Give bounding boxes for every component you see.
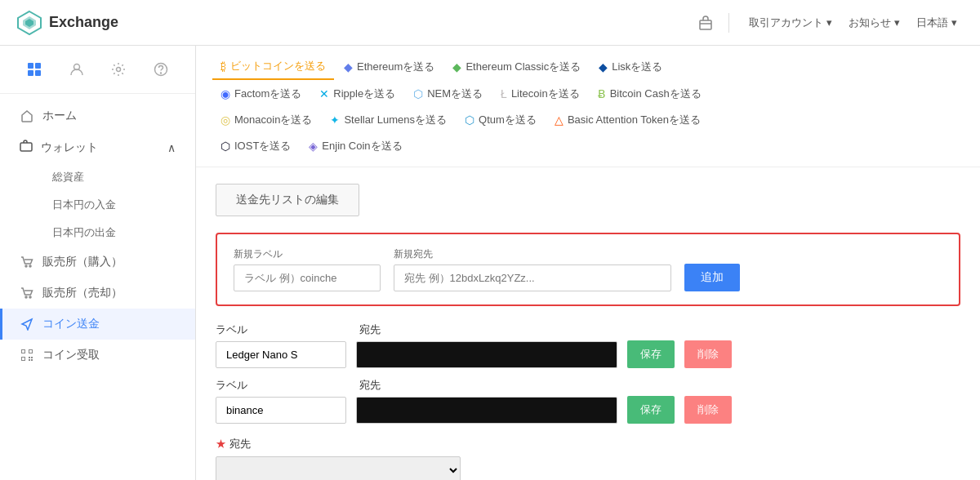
dest-label-text: 宛先 (229, 438, 251, 450)
entry-row-0: ラベル 宛先 保存 削除 (216, 322, 960, 368)
chevron-down-icon: ▾ (951, 16, 957, 29)
header: Exchange 取引アカウント ▾ お知らせ ▾ 日本語 ▾ (0, 0, 980, 46)
svg-rect-7 (28, 70, 33, 76)
tabs-row-3: ◎ Monacoinを送る ✦ Stellar Lumensを送る ⬡ Qtum… (196, 106, 980, 132)
add-destination-section: 新規ラベル 新規宛先 追加 (216, 233, 960, 306)
tab-monacoin[interactable]: ◎ Monacoinを送る (212, 108, 320, 132)
entry-0-dest-input[interactable] (356, 341, 617, 368)
notifications-btn[interactable]: お知らせ ▾ (842, 12, 906, 33)
new-label-input[interactable] (234, 264, 381, 291)
svg-point-17 (29, 296, 31, 298)
tab-nem[interactable]: ⬡ NEMを送る (405, 82, 491, 106)
entry-0-label-header: ラベル (216, 322, 346, 337)
sidebar-item-home-label: ホーム (42, 109, 77, 123)
main-layout: ホーム ウォレット ∧ 総資産 日本円の入金 日本円 (0, 46, 980, 480)
tab-bitcoin-cash[interactable]: Ƀ Bitcoin Cashを送る (590, 82, 710, 106)
svg-rect-6 (35, 63, 41, 69)
wallet-sub-items: 総資産 日本円の入金 日本円の出金 (0, 163, 195, 247)
svg-point-10 (117, 68, 121, 72)
entry-0-delete-button[interactable]: 削除 (684, 340, 732, 368)
chevron-down-icon: ▾ (894, 16, 900, 29)
buy-icon (20, 255, 34, 269)
tabs-row-4: ⬡ IOSTを送る ◈ Enjin Coinを送る (196, 132, 980, 167)
tab-ripple[interactable]: ✕ Rippleを送る (311, 82, 403, 106)
sidebar-icons (0, 46, 195, 94)
bch-icon: Ƀ (598, 87, 606, 100)
svg-rect-19 (22, 350, 24, 353)
tab-factom[interactable]: ◉ Factomを送る (212, 82, 310, 106)
sidebar-receive-label: コイン受取 (42, 348, 100, 362)
sidebar-wallet-label: ウォレット (41, 140, 98, 155)
sell-icon (20, 286, 34, 300)
sidebar-sell-label: 販売所（売却） (42, 286, 122, 300)
sidebar-item-home[interactable]: ホーム (0, 100, 195, 131)
sidebar-help-btn[interactable] (140, 56, 182, 83)
ripple-icon: ✕ (319, 87, 329, 100)
tab-enjin[interactable]: ◈ Enjin Coinを送る (301, 134, 410, 158)
entry-1-dest-input[interactable] (356, 397, 617, 424)
logo-area: Exchange (16, 10, 118, 36)
qtum-icon: ⬡ (465, 113, 474, 127)
sidebar-item-jpy-withdraw[interactable]: 日本円の出金 (39, 219, 195, 247)
entry-1-save-button[interactable]: 保存 (627, 396, 675, 424)
home-icon (20, 109, 34, 123)
trading-account-btn[interactable]: 取引アカウント ▾ (742, 12, 839, 33)
sidebar-item-wallet[interactable]: ウォレット ∧ (0, 131, 195, 163)
tab-iost[interactable]: ⬡ IOSTを送る (212, 134, 299, 158)
etc-icon: ◆ (452, 60, 461, 73)
tab-ethereum[interactable]: ◆ Ethereumを送る (336, 54, 443, 80)
sidebar-item-send[interactable]: コイン送金 (0, 309, 195, 340)
entry-1-delete-button[interactable]: 削除 (684, 396, 732, 424)
sidebar-user-btn[interactable] (56, 56, 98, 83)
sidebar: ホーム ウォレット ∧ 総資産 日本円の入金 日本円 (0, 46, 196, 480)
new-dest-group: 新規宛先 (394, 247, 671, 291)
tab-ethereum-classic[interactable]: ◆ Ethereum Classicを送る (444, 54, 589, 80)
sidebar-item-sell[interactable]: 販売所（売却） (0, 278, 195, 309)
sidebar-item-buy[interactable]: 販売所（購入） (0, 247, 195, 278)
tab-stellar[interactable]: ✦ Stellar Lumensを送る (322, 108, 455, 132)
svg-point-16 (25, 296, 27, 298)
sidebar-settings-btn[interactable] (98, 56, 140, 83)
sidebar-buy-label: 販売所（購入） (42, 255, 122, 269)
bitcoin-icon: ₿ (220, 60, 226, 73)
iost-icon: ⬡ (220, 140, 230, 153)
ethereum-icon: ◆ (344, 60, 353, 73)
svg-rect-23 (22, 358, 24, 360)
sidebar-grid-btn[interactable] (13, 56, 56, 83)
svg-point-14 (25, 265, 27, 267)
language-btn[interactable]: 日本語 ▾ (910, 12, 964, 33)
tab-qtum[interactable]: ⬡ Qtumを送る (457, 108, 545, 132)
entry-1-label-input[interactable] (216, 397, 346, 424)
tab-bitcoin[interactable]: ₿ ビットコインを送る (212, 54, 334, 80)
lisk-icon: ◆ (599, 60, 608, 73)
dest-label: ★ 宛先 (216, 437, 960, 451)
header-right: 取引アカウント ▾ お知らせ ▾ 日本語 ▾ (696, 12, 964, 33)
tab-litecoin[interactable]: Ł Litecoinを送る (492, 82, 588, 106)
add-button[interactable]: 追加 (684, 264, 740, 291)
logo-icon (16, 10, 42, 36)
svg-rect-8 (35, 70, 41, 76)
edit-list-button[interactable]: 送金先リストの編集 (216, 184, 359, 216)
new-label-group: 新規ラベル (234, 247, 381, 291)
svg-rect-3 (700, 20, 711, 29)
logo-text: Exchange (49, 14, 118, 31)
entry-1-labels: ラベル 宛先 (216, 378, 960, 393)
new-dest-input[interactable] (394, 264, 671, 291)
sidebar-item-jpy-deposit[interactable]: 日本円の入金 (39, 191, 195, 219)
sidebar-item-receive[interactable]: コイン受取 (0, 340, 195, 371)
entry-0-label-input[interactable] (216, 341, 346, 368)
svg-point-15 (29, 265, 31, 267)
entry-1-dest-header: 宛先 (359, 378, 381, 393)
qr-icon (20, 348, 34, 362)
entry-1-label-header: ラベル (216, 378, 346, 393)
entry-0-dest-header: 宛先 (359, 322, 381, 337)
entry-0-save-button[interactable]: 保存 (627, 340, 675, 368)
tab-bat[interactable]: △ Basic Attention Tokenを送る (546, 108, 709, 132)
sidebar-item-total-assets[interactable]: 総資産 (39, 163, 195, 191)
new-dest-header: 新規宛先 (394, 247, 671, 261)
dest-select[interactable] (216, 456, 461, 480)
svg-rect-13 (20, 143, 32, 151)
required-mark: ★ (216, 438, 229, 450)
add-section-row: 新規ラベル 新規宛先 追加 (234, 247, 942, 291)
tab-lisk[interactable]: ◆ Liskを送る (590, 54, 670, 80)
